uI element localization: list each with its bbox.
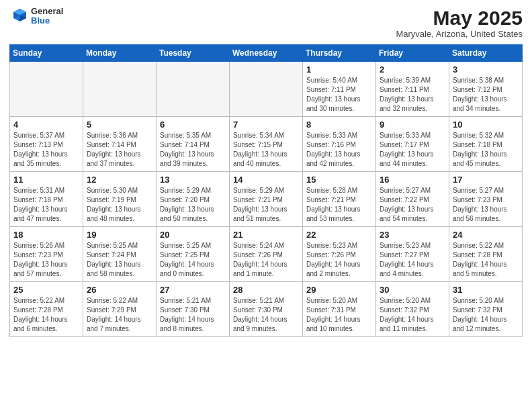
day-number: 20 — [160, 230, 226, 240]
header-monday: Monday — [83, 45, 157, 62]
calendar-cell: 16Sunrise: 5:27 AM Sunset: 7:22 PM Dayli… — [376, 172, 449, 227]
calendar-cell: 3Sunrise: 5:38 AM Sunset: 7:12 PM Daylig… — [449, 62, 523, 117]
logo-text: General Blue — [31, 7, 63, 26]
day-info: Sunrise: 5:33 AM Sunset: 7:17 PM Dayligh… — [380, 131, 445, 169]
week-row-3: 11Sunrise: 5:31 AM Sunset: 7:18 PM Dayli… — [10, 172, 523, 227]
calendar-cell — [83, 62, 157, 117]
calendar-cell: 9Sunrise: 5:33 AM Sunset: 7:17 PM Daylig… — [376, 117, 449, 172]
day-info: Sunrise: 5:31 AM Sunset: 7:18 PM Dayligh… — [13, 186, 79, 224]
calendar: Sunday Monday Tuesday Wednesday Thursday… — [9, 44, 523, 337]
day-info: Sunrise: 5:24 AM Sunset: 7:26 PM Dayligh… — [233, 241, 299, 279]
calendar-cell: 25Sunrise: 5:22 AM Sunset: 7:28 PM Dayli… — [10, 282, 83, 337]
day-number: 16 — [380, 175, 445, 185]
month-title: May 2025 — [396, 7, 523, 29]
day-number: 9 — [380, 120, 445, 130]
day-number: 1 — [306, 64, 372, 75]
day-info: Sunrise: 5:29 AM Sunset: 7:20 PM Dayligh… — [160, 186, 226, 224]
day-info: Sunrise: 5:26 AM Sunset: 7:23 PM Dayligh… — [13, 241, 79, 279]
day-info: Sunrise: 5:20 AM Sunset: 7:31 PM Dayligh… — [306, 296, 372, 334]
day-number: 5 — [87, 120, 152, 130]
week-row-1: 1Sunrise: 5:40 AM Sunset: 7:11 PM Daylig… — [10, 62, 523, 117]
day-number: 24 — [453, 230, 519, 240]
day-info: Sunrise: 5:22 AM Sunset: 7:28 PM Dayligh… — [13, 296, 79, 334]
day-number: 15 — [306, 175, 372, 185]
day-info: Sunrise: 5:20 AM Sunset: 7:32 PM Dayligh… — [453, 296, 519, 334]
weekday-header-row: Sunday Monday Tuesday Wednesday Thursday… — [10, 45, 523, 62]
calendar-cell: 1Sunrise: 5:40 AM Sunset: 7:11 PM Daylig… — [303, 62, 376, 117]
day-number: 19 — [87, 230, 152, 240]
day-info: Sunrise: 5:25 AM Sunset: 7:25 PM Dayligh… — [160, 241, 226, 279]
calendar-cell: 2Sunrise: 5:39 AM Sunset: 7:11 PM Daylig… — [376, 62, 449, 117]
day-number: 22 — [306, 230, 372, 240]
calendar-cell: 11Sunrise: 5:31 AM Sunset: 7:18 PM Dayli… — [10, 172, 83, 227]
calendar-cell: 28Sunrise: 5:21 AM Sunset: 7:30 PM Dayli… — [230, 282, 303, 337]
calendar-cell: 4Sunrise: 5:37 AM Sunset: 7:13 PM Daylig… — [10, 117, 83, 172]
calendar-cell: 15Sunrise: 5:28 AM Sunset: 7:21 PM Dayli… — [303, 172, 376, 227]
header-wednesday: Wednesday — [230, 45, 303, 62]
week-row-5: 25Sunrise: 5:22 AM Sunset: 7:28 PM Dayli… — [10, 282, 523, 337]
day-number: 27 — [160, 285, 226, 295]
title-block: May 2025 Maryvale, Arizona, United State… — [396, 7, 523, 39]
calendar-cell — [10, 62, 83, 117]
day-number: 18 — [13, 230, 79, 240]
day-info: Sunrise: 5:27 AM Sunset: 7:22 PM Dayligh… — [380, 186, 445, 224]
header: General Blue May 2025 Maryvale, Arizona,… — [9, 7, 523, 39]
logo-blue: Blue — [31, 16, 63, 26]
day-info: Sunrise: 5:28 AM Sunset: 7:21 PM Dayligh… — [306, 186, 372, 224]
calendar-cell: 27Sunrise: 5:21 AM Sunset: 7:30 PM Dayli… — [157, 282, 230, 337]
location: Maryvale, Arizona, United States — [396, 29, 523, 39]
calendar-cell — [230, 62, 303, 117]
calendar-cell: 20Sunrise: 5:25 AM Sunset: 7:25 PM Dayli… — [157, 227, 230, 282]
day-info: Sunrise: 5:37 AM Sunset: 7:13 PM Dayligh… — [13, 131, 79, 169]
calendar-cell: 19Sunrise: 5:25 AM Sunset: 7:24 PM Dayli… — [83, 227, 157, 282]
day-number: 23 — [380, 230, 445, 240]
calendar-cell: 24Sunrise: 5:22 AM Sunset: 7:28 PM Dayli… — [449, 227, 523, 282]
day-number: 29 — [306, 285, 372, 295]
calendar-cell: 18Sunrise: 5:26 AM Sunset: 7:23 PM Dayli… — [10, 227, 83, 282]
header-sunday: Sunday — [10, 45, 83, 62]
logo: General Blue — [9, 7, 63, 26]
calendar-cell: 30Sunrise: 5:20 AM Sunset: 7:32 PM Dayli… — [376, 282, 449, 337]
calendar-cell: 8Sunrise: 5:33 AM Sunset: 7:16 PM Daylig… — [303, 117, 376, 172]
day-info: Sunrise: 5:22 AM Sunset: 7:29 PM Dayligh… — [87, 296, 152, 334]
day-number: 26 — [87, 285, 152, 295]
calendar-cell: 21Sunrise: 5:24 AM Sunset: 7:26 PM Dayli… — [230, 227, 303, 282]
day-number: 14 — [233, 175, 299, 185]
calendar-cell: 17Sunrise: 5:27 AM Sunset: 7:23 PM Dayli… — [449, 172, 523, 227]
day-number: 2 — [380, 64, 445, 75]
calendar-cell: 29Sunrise: 5:20 AM Sunset: 7:31 PM Dayli… — [303, 282, 376, 337]
calendar-cell: 5Sunrise: 5:36 AM Sunset: 7:14 PM Daylig… — [83, 117, 157, 172]
calendar-cell: 10Sunrise: 5:32 AM Sunset: 7:18 PM Dayli… — [449, 117, 523, 172]
day-info: Sunrise: 5:30 AM Sunset: 7:19 PM Dayligh… — [87, 186, 152, 224]
day-number: 17 — [453, 175, 519, 185]
day-number: 30 — [380, 285, 445, 295]
day-number: 21 — [233, 230, 299, 240]
calendar-cell: 7Sunrise: 5:34 AM Sunset: 7:15 PM Daylig… — [230, 117, 303, 172]
day-info: Sunrise: 5:32 AM Sunset: 7:18 PM Dayligh… — [453, 131, 519, 169]
day-number: 3 — [453, 64, 519, 75]
day-number: 13 — [160, 175, 226, 185]
day-info: Sunrise: 5:21 AM Sunset: 7:30 PM Dayligh… — [160, 296, 226, 334]
day-number: 25 — [13, 285, 79, 295]
day-number: 28 — [233, 285, 299, 295]
day-number: 8 — [306, 120, 372, 130]
day-number: 10 — [453, 120, 519, 130]
day-info: Sunrise: 5:21 AM Sunset: 7:30 PM Dayligh… — [233, 296, 299, 334]
calendar-cell: 31Sunrise: 5:20 AM Sunset: 7:32 PM Dayli… — [449, 282, 523, 337]
day-info: Sunrise: 5:38 AM Sunset: 7:12 PM Dayligh… — [453, 76, 519, 113]
day-info: Sunrise: 5:22 AM Sunset: 7:28 PM Dayligh… — [453, 241, 519, 279]
day-info: Sunrise: 5:29 AM Sunset: 7:21 PM Dayligh… — [233, 186, 299, 224]
calendar-cell: 12Sunrise: 5:30 AM Sunset: 7:19 PM Dayli… — [83, 172, 157, 227]
calendar-cell: 14Sunrise: 5:29 AM Sunset: 7:21 PM Dayli… — [230, 172, 303, 227]
calendar-cell: 13Sunrise: 5:29 AM Sunset: 7:20 PM Dayli… — [157, 172, 230, 227]
day-info: Sunrise: 5:36 AM Sunset: 7:14 PM Dayligh… — [87, 131, 152, 169]
calendar-cell: 23Sunrise: 5:23 AM Sunset: 7:27 PM Dayli… — [376, 227, 449, 282]
header-thursday: Thursday — [303, 45, 376, 62]
day-info: Sunrise: 5:35 AM Sunset: 7:14 PM Dayligh… — [160, 131, 226, 169]
day-info: Sunrise: 5:40 AM Sunset: 7:11 PM Dayligh… — [306, 76, 372, 113]
calendar-cell: 26Sunrise: 5:22 AM Sunset: 7:29 PM Dayli… — [83, 282, 157, 337]
week-row-2: 4Sunrise: 5:37 AM Sunset: 7:13 PM Daylig… — [10, 117, 523, 172]
calendar-cell: 6Sunrise: 5:35 AM Sunset: 7:14 PM Daylig… — [157, 117, 230, 172]
day-info: Sunrise: 5:20 AM Sunset: 7:32 PM Dayligh… — [380, 296, 445, 334]
day-info: Sunrise: 5:34 AM Sunset: 7:15 PM Dayligh… — [233, 131, 299, 169]
